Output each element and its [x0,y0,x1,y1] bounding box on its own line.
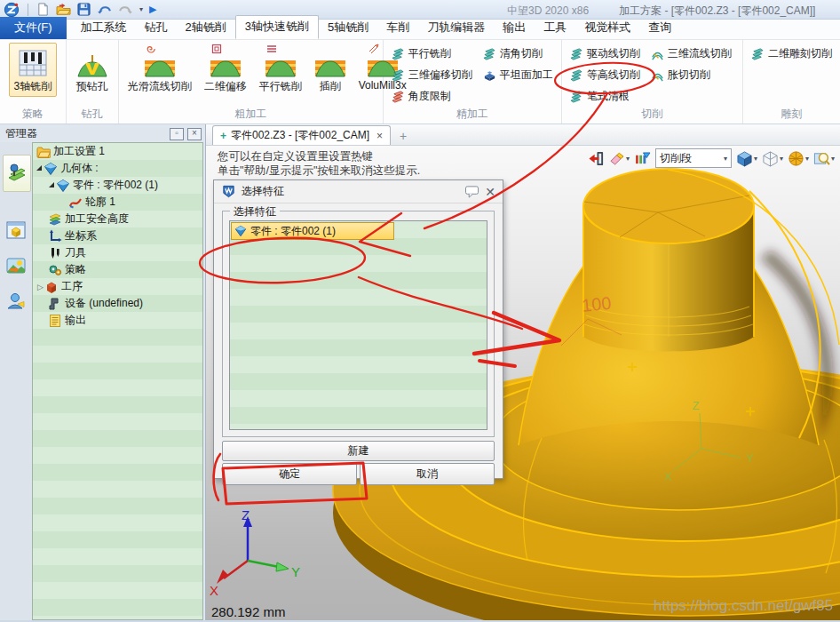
axis-icon [48,229,62,243]
ribbon-button-3d-offset-cut[interactable]: 三维偏移切削 [387,64,477,85]
dropdown-caret-icon[interactable]: ▾ [805,155,809,163]
new-button[interactable]: 新建 [222,441,495,461]
layers-teal-icon [570,68,583,82]
tab-file[interactable]: 文件(F) [0,17,67,39]
dialog-title-bar[interactable]: 选择特征 ✕ [214,180,503,203]
tree-item-machining-setup[interactable]: 加工设置 1 [33,143,202,160]
layers-teal-icon [392,68,405,82]
ribbon-button-flat-face-machining[interactable]: 平坦面加工 [479,64,558,85]
ok-button[interactable]: 确定 [222,463,357,485]
filter-button[interactable] [634,152,651,165]
tab-toolpath-editor[interactable]: 刀轨编辑器 [418,17,494,39]
erase-blank-button[interactable]: ▾ [609,151,630,165]
ribbon-button-2d-offset[interactable]: 二维偏移 [199,43,252,97]
tree-item-geometry[interactable]: 几何体 : [33,160,202,177]
strip-model-button[interactable] [4,219,28,242]
collapse-arrow-icon[interactable]: ▷ [37,283,44,291]
select-feature-dialog[interactable]: 选择特征 ✕ 选择特征 零件 : 零件002 (1) 新建 确定 [213,179,503,479]
dropdown-caret-icon[interactable]: ▾ [831,155,835,163]
cancel-button[interactable]: 取消 [360,463,495,485]
expand-arrow-icon[interactable] [49,182,54,187]
manager-float-button[interactable]: ▫ [170,128,184,140]
tree-item-coordinate-system[interactable]: 坐标系 [33,227,202,244]
tab-2axis-milling[interactable]: 2轴铣削 [177,17,235,39]
tree-item-operations[interactable]: ▷ 工序 [33,278,202,295]
app-logo-icon[interactable] [4,2,20,18]
ribbon-button-plunge-cut[interactable]: 插削 [309,43,352,97]
ribbon-button-3axis-milling[interactable]: 3轴铣削 [9,43,58,97]
customize-toolbar-dropdown-icon[interactable]: ▾ [139,5,143,13]
exit-icon [588,150,605,167]
dropdown-caret-icon[interactable]: ▾ [780,155,783,163]
undo-icon[interactable] [97,4,112,14]
play-regen-icon[interactable]: ▶ [149,4,156,15]
new-tab-button[interactable]: + [400,129,407,143]
part-gem-icon [234,225,247,237]
output-doc-icon [48,314,62,328]
strip-visual-button[interactable] [4,254,28,277]
exit-environment-button[interactable] [588,150,605,167]
tab-turning[interactable]: 车削 [377,17,418,39]
ribbon-button-drive-line-cut[interactable]: 驱动线切削 [566,43,645,64]
tree-item-machine[interactable]: 设备 (undefined) [33,295,202,312]
ribbon-button-3d-flow-cut[interactable]: 三维流线切削 [646,43,736,64]
comment-bubble-icon[interactable] [464,185,479,198]
ribbon-button-angle-limit[interactable]: 角度限制 [387,85,477,107]
layers-teal-icon [392,47,405,60]
dialog-close-icon[interactable]: ✕ [485,185,495,199]
tab-drilling[interactable]: 钻孔 [136,17,177,39]
display-mode-combobox[interactable]: 切削段 ▾ [655,148,732,168]
wireframe-display-button[interactable]: ▾ [762,150,783,167]
document-tab-bar: + 零件002.Z3 - [零件002_CAM] × + [206,124,840,146]
zoom-view-button[interactable]: ▾ [813,150,835,167]
tree-item-output[interactable]: 输出 [33,312,202,329]
feature-list[interactable]: 零件 : 零件002 (1) [229,220,487,430]
strip-cam-manager-button[interactable] [3,155,31,192]
ribbon-button-parallel-milling-finish[interactable]: 平行铣削 [387,43,477,64]
tab-inquire[interactable]: 查询 [639,17,680,39]
view-orientation-button[interactable]: ▾ [788,150,809,167]
redo-icon[interactable] [118,4,133,14]
ribbon-button-smooth-flow-cut[interactable]: 光滑流线切削 [123,43,197,97]
document-tab-label: 零件002.Z3 - [零件002_CAM] [231,128,369,143]
feature-list-item-selected[interactable]: 零件 : 零件002 (1) [231,222,394,240]
ribbon-button-zlevel-contour-cut[interactable]: 等高线切削 [566,64,645,85]
ribbon-button-2d-engrave-cut[interactable]: 二维雕刻切削 [747,43,836,64]
tree-item-tools[interactable]: 刀具 [33,244,202,261]
tree-item-strategy[interactable]: 策略 [33,261,202,278]
dropdown-caret-icon[interactable]: ▾ [754,155,757,163]
tree-item-profile[interactable]: 轮廓 1 [33,194,202,211]
document-tab-icon: + [220,130,226,142]
view-triad: Z X Y [208,506,305,599]
layers-teal-icon [483,47,496,60]
manager-close-button[interactable]: × [187,128,202,140]
group-label-drill: 钻孔 [67,107,118,122]
save-icon[interactable] [77,3,91,16]
strip-role-button[interactable] [4,290,28,313]
tab-3axis-quick-milling[interactable]: 3轴快速铣削 [235,15,319,39]
tab-output[interactable]: 输出 [494,17,535,39]
wireframe-cube-icon [762,150,779,167]
tab-visual-style[interactable]: 视觉样式 [575,17,639,39]
graphics-viewport[interactable]: + 零件002.Z3 - [零件002_CAM] × + [206,124,840,622]
ribbon-button-pencil-cleanup[interactable]: 笔式清根 [566,85,645,107]
tree-item-part[interactable]: 零件 : 零件002 (1) [33,177,202,194]
dropdown-caret-icon[interactable]: ▾ [626,155,630,163]
expand-arrow-icon[interactable] [36,165,42,171]
tab-5axis-milling[interactable]: 5轴铣削 [319,17,377,39]
shaded-display-button[interactable]: ▾ [736,150,757,167]
new-file-icon[interactable] [36,3,50,16]
triad-y-label: Y [291,564,300,579]
tab-tools[interactable]: 工具 [535,17,575,39]
machine-icon [48,297,62,311]
tab-machining-system[interactable]: 加工系统 [72,17,136,39]
ribbon-button-predrill[interactable]: 预钻孔 [71,43,114,97]
ribbon-button-swell-cut[interactable]: 胀切切削 [646,64,736,85]
open-file-icon[interactable] [56,3,71,16]
tree-item-safe-height[interactable]: 加工安全高度 [33,211,202,227]
ribbon-button-parallel-milling-rough[interactable]: 平行铣削 [254,43,307,97]
tab-close-icon[interactable]: × [376,130,383,142]
group-label-finishing: 精加工 [384,107,561,122]
document-tab[interactable]: + 零件002.Z3 - [零件002_CAM] × [212,125,391,145]
ribbon-button-corner-cleanup[interactable]: 清角切削 [479,43,558,64]
